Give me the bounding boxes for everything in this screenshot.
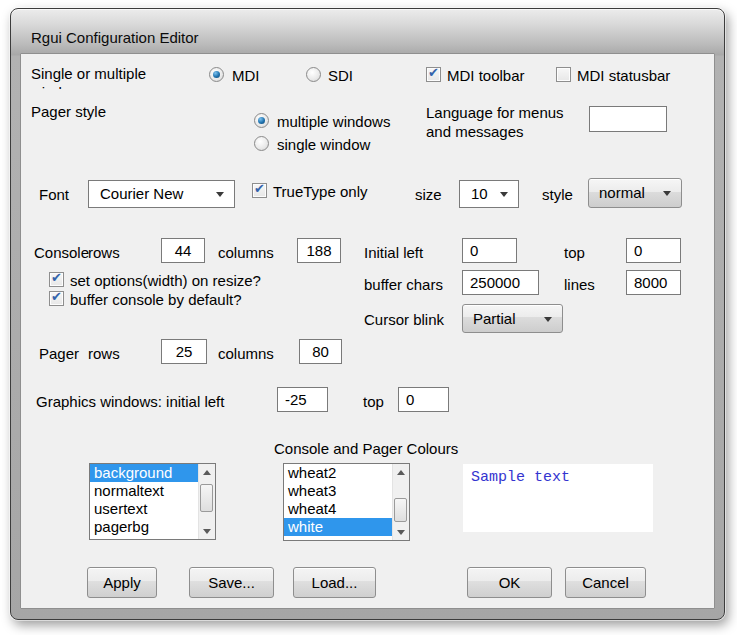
sample-text: Sample text: [471, 469, 570, 486]
buffer-chars-label: buffer chars: [364, 275, 443, 294]
title-bar[interactable]: Rgui Configuration Editor: [11, 9, 724, 53]
sdi-radio-label: SDI: [328, 66, 353, 85]
scroll-down-icon[interactable]: [200, 523, 214, 538]
list-item[interactable]: usertext: [90, 500, 198, 518]
resize-option-checkbox[interactable]: [49, 272, 64, 287]
buffer-option-label: buffer console by default?: [70, 290, 242, 309]
cursor-blink-label: Cursor blink: [364, 310, 444, 329]
colour-value-listbox[interactable]: wheat2 wheat3 wheat4 white: [283, 463, 410, 541]
list-item[interactable]: wheat4: [284, 500, 392, 518]
buffer-chars-input[interactable]: [462, 270, 539, 295]
pager-columns-label: columns: [218, 344, 274, 363]
pager-multiple-label: multiple windows: [277, 112, 390, 131]
cancel-button[interactable]: Cancel: [565, 567, 646, 598]
scrollbar[interactable]: [198, 464, 215, 539]
pager-columns-input[interactable]: [299, 339, 342, 364]
resize-option-label: set options(width) on resize?: [70, 271, 261, 290]
chevron-down-icon: [500, 192, 508, 197]
scroll-down-icon[interactable]: [394, 524, 408, 539]
colours-heading: Console and Pager Colours: [274, 439, 458, 458]
initial-top-label: top: [564, 243, 585, 262]
list-item[interactable]: wheat2: [284, 464, 392, 482]
mdi-radio[interactable]: [209, 67, 224, 82]
cursor-blink-dropdown[interactable]: Partial: [462, 304, 563, 333]
pager-rows-label: rows: [88, 344, 120, 363]
graphics-top-label: top: [363, 392, 384, 411]
size-combobox[interactable]: 10: [459, 180, 519, 208]
buffer-option-checkbox[interactable]: [49, 291, 64, 306]
list-item[interactable]: background: [90, 464, 198, 482]
scrollbar[interactable]: [392, 464, 409, 540]
graphics-top-input[interactable]: [398, 387, 449, 412]
scrollbar-thumb[interactable]: [200, 484, 213, 512]
scroll-up-icon[interactable]: [394, 465, 408, 480]
truetype-label: TrueType only: [273, 182, 368, 201]
truetype-checkbox[interactable]: [252, 183, 267, 198]
style-label: style: [542, 185, 573, 204]
chevron-down-icon: [544, 317, 552, 322]
language-label: Language for menusand messages: [426, 103, 564, 141]
font-label: Font: [39, 185, 69, 204]
sdi-radio[interactable]: [306, 67, 321, 82]
console-columns-label: columns: [218, 243, 274, 262]
list-item[interactable]: normaltext: [90, 482, 198, 500]
initial-left-label: Initial left: [364, 243, 423, 262]
initial-top-input[interactable]: [626, 238, 681, 263]
list-item[interactable]: white: [284, 518, 392, 536]
pager-single-label: single window: [277, 135, 370, 154]
initial-left-input[interactable]: [462, 238, 517, 263]
single-multiple-label: Single or multiple windows: [31, 64, 196, 89]
console-rows-input[interactable]: [161, 238, 205, 263]
pager-multiple-radio[interactable]: [254, 113, 269, 128]
list-item[interactable]: pagerbg: [90, 518, 198, 536]
chevron-down-icon: [663, 191, 671, 196]
pager-single-radio[interactable]: [254, 136, 269, 151]
apply-button[interactable]: Apply: [87, 567, 157, 598]
graphics-label: Graphics windows: initial left: [36, 392, 224, 411]
save-button[interactable]: Save...: [189, 567, 274, 598]
load-button[interactable]: Load...: [293, 567, 376, 598]
console-label: Console: [34, 243, 89, 262]
pager-style-label: Pager style: [31, 102, 106, 121]
pager-label: Pager: [39, 344, 79, 363]
dialog-body: Single or multiple windows MDI SDI MDI t…: [20, 53, 715, 609]
size-label: size: [415, 185, 442, 204]
mdi-toolbar-checkbox[interactable]: [426, 67, 441, 82]
window-title: Rgui Configuration Editor: [31, 29, 199, 46]
chevron-down-icon: [216, 192, 224, 197]
style-dropdown[interactable]: normal: [588, 178, 682, 208]
scrollbar-thumb[interactable]: [394, 498, 407, 522]
sample-text-preview: Sample text: [463, 464, 653, 532]
font-family-combobox[interactable]: Courier New: [88, 180, 235, 208]
language-input[interactable]: [589, 106, 667, 132]
mdi-statusbar-checkbox[interactable]: [556, 67, 571, 82]
rgui-config-editor-window: Rgui Configuration Editor Single or mult…: [10, 8, 725, 620]
lines-input[interactable]: [626, 270, 681, 295]
lines-label: lines: [564, 275, 595, 294]
pager-rows-input[interactable]: [161, 339, 207, 364]
mdi-statusbar-label: MDI statusbar: [577, 66, 670, 85]
console-rows-label: rows: [88, 243, 120, 262]
colour-component-listbox[interactable]: background normaltext usertext pagerbg: [89, 463, 216, 540]
mdi-radio-label: MDI: [232, 66, 260, 85]
graphics-left-input[interactable]: [277, 387, 328, 412]
list-item[interactable]: wheat3: [284, 482, 392, 500]
ok-button[interactable]: OK: [467, 567, 552, 598]
console-columns-input[interactable]: [297, 238, 341, 263]
mdi-toolbar-label: MDI toolbar: [447, 66, 525, 85]
scroll-up-icon[interactable]: [200, 465, 214, 480]
